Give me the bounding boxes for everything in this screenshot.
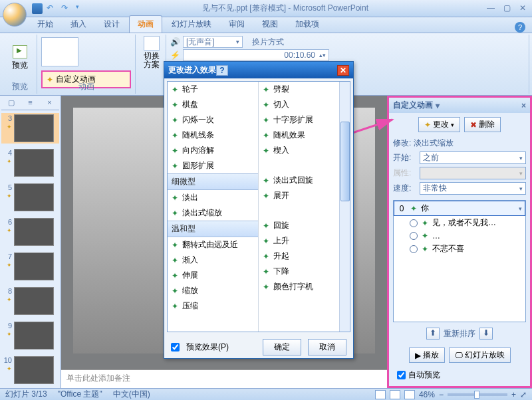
dialog-help-button[interactable]: ?	[216, 65, 228, 76]
animation-item[interactable]: ✦…	[394, 230, 525, 242]
effect-option[interactable]: ✦展开	[259, 188, 350, 203]
maximize-button[interactable]: ▢	[500, 3, 513, 14]
move-up-button[interactable]: ⬆	[426, 328, 440, 340]
dialog-close-button[interactable]: ✕	[337, 65, 349, 76]
save-icon[interactable]	[32, 3, 43, 14]
zoom-value: 46%	[419, 390, 435, 399]
effect-option[interactable]: ✦缩放	[168, 283, 258, 298]
sound-select[interactable]: [无声音] ▾	[183, 36, 243, 48]
panel-close[interactable]: ×	[40, 98, 59, 110]
zoom-slider[interactable]	[448, 393, 507, 396]
slide-thumb-5[interactable]: 5✦	[1, 182, 59, 213]
cancel-button[interactable]: 取消	[308, 339, 346, 355]
change-label: 更改	[433, 119, 449, 130]
zoom-in-button[interactable]: +	[511, 390, 516, 399]
minimize-button[interactable]: —	[484, 3, 497, 14]
help-icon[interactable]: ?	[515, 22, 525, 33]
anim-star-icon: ✦	[7, 227, 12, 234]
slide-thumb-3[interactable]: 3✦	[1, 113, 59, 144]
effect-option[interactable]: ✦上升	[259, 233, 350, 249]
chevron-down-icon[interactable]: ▾	[519, 205, 522, 212]
transition-scheme-button[interactable]: 切换 方案	[140, 36, 164, 80]
effect-option[interactable]: ✦圆形扩展	[168, 158, 258, 173]
preview-button[interactable]: 预览	[7, 36, 33, 80]
slide-thumb-10[interactable]: 10✦	[1, 355, 59, 385]
effect-option[interactable]: ✦切入	[259, 97, 350, 112]
effect-option[interactable]: ✦劈裂	[259, 82, 350, 97]
effect-option[interactable]: ✦向内溶解	[168, 143, 258, 158]
auto-preview-checkbox[interactable]	[397, 371, 406, 379]
scrollbar[interactable]	[339, 82, 350, 332]
effect-option[interactable]: ✦淡出式回旋	[259, 173, 350, 188]
effect-option[interactable]: ✦闪烁一次	[168, 112, 258, 128]
ok-button[interactable]: 确定	[263, 339, 301, 355]
effect-option[interactable]: ✦轮子	[168, 82, 258, 97]
effect-label: 棋盘	[182, 99, 198, 110]
outline-tab[interactable]: ≡	[21, 98, 40, 110]
slide-thumb-8[interactable]: 8✦	[1, 286, 59, 316]
tab-review[interactable]: 审阅	[221, 16, 253, 33]
thumbnails-tab[interactable]: ▢	[1, 98, 21, 110]
slideshow-button[interactable]: 🖵 幻灯片放映	[449, 348, 511, 363]
undo-icon[interactable]: ↶	[47, 3, 57, 14]
move-down-button[interactable]: ⬇	[479, 328, 493, 340]
tab-view[interactable]: 视图	[254, 16, 286, 33]
animation-list[interactable]: 0✦你▾✦见，或者不见我…✦…✦不悲不喜	[393, 200, 526, 322]
zoom-slider-thumb[interactable]	[474, 391, 479, 399]
effect-option[interactable]: ✦下降	[259, 264, 350, 279]
tab-animation[interactable]: 动画	[129, 15, 162, 33]
office-button[interactable]	[3, 3, 27, 27]
pane-close-button[interactable]: ×	[521, 101, 526, 110]
effect-option[interactable]: ✦十字形扩展	[259, 112, 350, 128]
effect-option[interactable]: ✦回旋	[259, 218, 350, 233]
slide-thumb-9[interactable]: 9✦	[1, 320, 59, 351]
effect-option[interactable]: ✦压缩	[168, 298, 258, 314]
effect-option[interactable]: ✦随机效果	[259, 128, 350, 143]
animation-item[interactable]: ✦不悲不喜	[394, 242, 525, 256]
slide-thumb-6[interactable]: 6✦	[1, 217, 59, 247]
animation-item[interactable]: 0✦你▾	[394, 201, 525, 216]
normal-view-button[interactable]	[375, 390, 386, 399]
notes-field[interactable]: 单击此处添加备注	[61, 369, 387, 388]
preview-effect-checkbox[interactable]	[171, 343, 180, 351]
tab-design[interactable]: 设计	[96, 16, 128, 33]
redo-icon[interactable]: ↷	[61, 3, 72, 14]
qat-dropdown-icon[interactable]: ▾	[76, 3, 86, 14]
fit-button[interactable]: ⤢	[520, 390, 527, 399]
pane-dropdown-icon[interactable]: ▾	[436, 101, 440, 110]
effect-option[interactable]: ✦淡出式缩放	[168, 205, 258, 221]
tab-home[interactable]: 开始	[29, 16, 61, 33]
effect-option[interactable]: ✦楔入	[259, 143, 350, 158]
start-select[interactable]: 之前 ▾	[420, 151, 526, 164]
sorter-view-button[interactable]	[390, 390, 400, 399]
tab-slideshow[interactable]: 幻灯片放映	[164, 16, 219, 33]
play-button[interactable]: ▶ 播放	[409, 348, 445, 363]
spinner-icon[interactable]: ▴▾	[319, 52, 326, 58]
slide-thumb-7[interactable]: 7✦	[1, 251, 59, 282]
slide-thumb-4[interactable]: 4✦	[1, 148, 59, 178]
animation-item[interactable]: ✦见，或者不见我…	[394, 216, 525, 230]
animation-gallery[interactable]	[41, 37, 78, 66]
effect-option[interactable]: ✦升起	[259, 249, 350, 264]
thumb-image	[14, 356, 54, 384]
effect-option[interactable]: ✦随机线条	[168, 128, 258, 143]
change-effect-button[interactable]: ✦ 更改 ▾	[418, 117, 460, 132]
close-button[interactable]: ✕	[516, 3, 529, 14]
tab-insert[interactable]: 插入	[63, 16, 94, 33]
effect-star-icon: ✦	[172, 193, 178, 203]
remove-effect-button[interactable]: ✖ 删除	[464, 117, 501, 132]
effect-label: 淡出	[182, 192, 198, 203]
effect-option[interactable]: ✦颜色打字机	[259, 279, 350, 294]
speed-select[interactable]: 非常快 ▾	[420, 182, 526, 195]
effect-option[interactable]: ✦淡出	[168, 190, 258, 205]
zoom-out-button[interactable]: −	[439, 390, 444, 399]
scrollbar-thumb[interactable]	[340, 122, 350, 201]
effect-option[interactable]: ✦渐入	[168, 252, 258, 268]
effect-option[interactable]: ✦翻转式由远及近	[168, 237, 258, 252]
item-text: 你	[421, 203, 429, 214]
slideshow-view-button[interactable]	[404, 390, 415, 399]
effect-option[interactable]: ✦棋盘	[168, 97, 258, 112]
tab-addin[interactable]: 加载项	[287, 16, 327, 33]
duration-field[interactable]: 00:10.60 ▴▾	[183, 49, 329, 61]
effect-option[interactable]: ✦伸展	[168, 268, 258, 283]
